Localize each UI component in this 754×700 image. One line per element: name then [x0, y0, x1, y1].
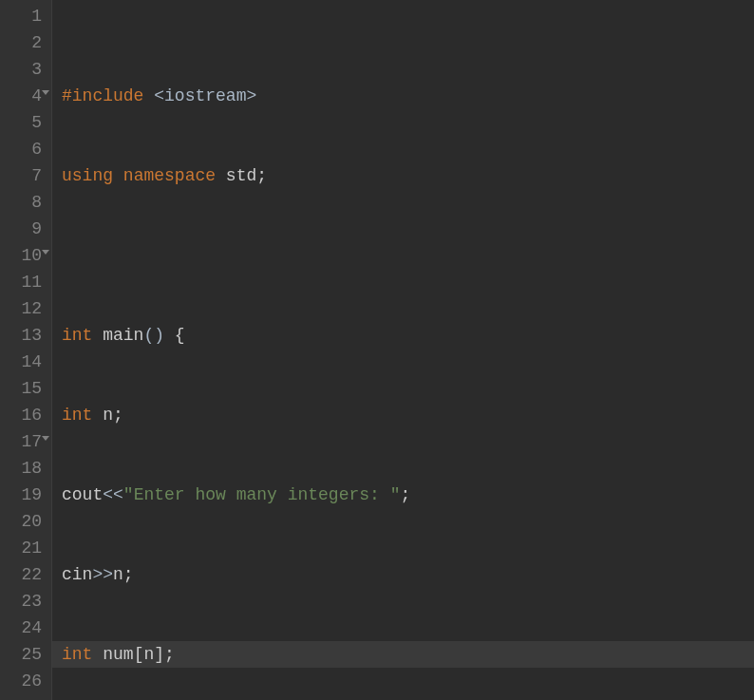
line-number: 1 — [8, 3, 42, 29]
code-line: cout<<"Enter how many integers: "; — [62, 482, 754, 508]
code-line: int n; — [62, 402, 754, 428]
line-number-gutter: 1 2 3 4 5 6 7 8 9 10 11 12 13 14 15 16 1… — [0, 0, 52, 700]
line-number: 3 — [8, 56, 42, 83]
line-number: 25 — [8, 641, 42, 668]
line-number: 10 — [8, 242, 42, 269]
line-number: 15 — [8, 375, 42, 402]
code-line: int main() { — [62, 322, 754, 349]
line-number: 14 — [8, 349, 42, 375]
line-number: 7 — [8, 162, 42, 189]
code-line: cin>>n; — [62, 561, 754, 588]
code-line — [62, 242, 754, 269]
code-line: #include <iostream> — [62, 83, 754, 109]
line-number: 23 — [8, 588, 42, 615]
line-number: 2 — [8, 29, 42, 56]
code-line: using namespace std; — [62, 162, 754, 189]
line-number: 11 — [8, 269, 42, 295]
line-number: 21 — [8, 535, 42, 561]
line-number: 8 — [8, 189, 42, 216]
fold-marker-icon[interactable] — [42, 90, 49, 95]
line-number: 20 — [8, 508, 42, 535]
line-number: 16 — [8, 402, 42, 428]
line-number: 17 — [8, 428, 42, 455]
line-number: 13 — [8, 322, 42, 349]
fold-marker-icon[interactable] — [42, 250, 49, 255]
line-number: 5 — [8, 109, 42, 136]
line-number: 26 — [8, 668, 42, 694]
line-number: 6 — [8, 136, 42, 162]
code-content[interactable]: #include <iostream> using namespace std;… — [52, 0, 754, 700]
line-number: 9 — [8, 216, 42, 242]
line-number: 19 — [8, 482, 42, 508]
line-number: 24 — [8, 615, 42, 641]
line-number: 12 — [8, 295, 42, 322]
line-number: 4 — [8, 83, 42, 109]
fold-marker-icon[interactable] — [42, 436, 49, 441]
code-editor: 1 2 3 4 5 6 7 8 9 10 11 12 13 14 15 16 1… — [0, 0, 754, 700]
line-number: 18 — [8, 455, 42, 482]
line-number: 22 — [8, 561, 42, 588]
